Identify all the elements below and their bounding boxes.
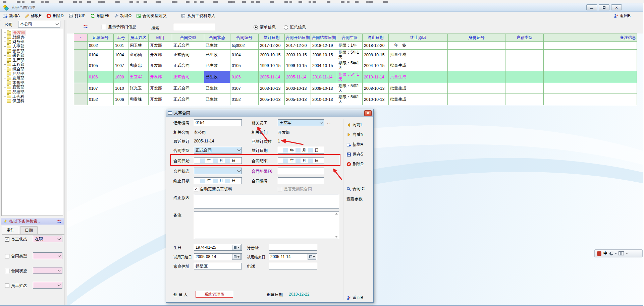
scroll-up-icon[interactable] (335, 213, 338, 215)
trial-end-picker[interactable]: 2005-11-14 (269, 253, 317, 260)
row-selector-cell[interactable] (74, 60, 88, 71)
table-cell[interactable]: 开发部 (149, 50, 172, 60)
contract-type-def-button[interactable]: 合同类型定义 (134, 12, 169, 20)
calendar-icon[interactable] (232, 245, 241, 250)
table-cell[interactable] (448, 50, 505, 60)
row-selector-cell[interactable] (74, 50, 88, 60)
print-button[interactable]: 打印P (66, 12, 88, 20)
column-header[interactable]: 记录编号 (88, 34, 114, 42)
dialog-add-button[interactable]: 新增A (346, 142, 363, 147)
table-cell[interactable]: 童彭仙 (128, 50, 149, 60)
tree-item[interactable]: 保卫科 (2, 99, 63, 104)
table-cell[interactable] (448, 83, 505, 94)
table-cell[interactable]: 2003-10-15 (259, 50, 285, 60)
table-cell[interactable]: 期限：5年1天 (337, 71, 363, 83)
row-selector-cell[interactable] (74, 83, 88, 94)
swap-icon[interactable] (57, 219, 62, 224)
filter-combo[interactable] (33, 252, 62, 259)
dialog-back-button[interactable]: 返回B (346, 295, 363, 301)
table-cell[interactable]: 1999-10-15 (259, 60, 285, 71)
table-cell[interactable]: 2008-10-13 (363, 83, 389, 94)
ime-more-icon[interactable] (626, 251, 629, 255)
table-cell[interactable]: 2005-11-14 (259, 71, 285, 83)
phone-input[interactable] (269, 263, 317, 269)
table-cell[interactable]: 批量生成 (389, 71, 448, 83)
save-button[interactable]: 保存S (346, 151, 363, 157)
prev-button[interactable]: 向前L (346, 122, 363, 128)
column-header[interactable]: - (74, 34, 88, 42)
table-cell[interactable]: 0106 (230, 71, 259, 83)
table-cell[interactable]: 开发部 (149, 83, 172, 94)
radio-list-info[interactable]: 清单信息 (254, 24, 276, 30)
column-header[interactable]: 户籍类型 (505, 34, 544, 42)
tree-item[interactable]: 产品部 (2, 71, 63, 76)
table-cell[interactable]: 2005-10-13 (285, 94, 311, 105)
filter-combo[interactable] (33, 267, 62, 274)
table-cell[interactable]: 2003-10-13 (259, 83, 285, 94)
minimize-button[interactable] (586, 4, 597, 10)
row-selector-cell[interactable] (74, 71, 88, 83)
search-input[interactable] (174, 24, 215, 30)
table-cell[interactable] (544, 71, 637, 83)
delete-button[interactable]: 删除D (44, 12, 66, 20)
table-cell[interactable]: 批量生成 (389, 83, 448, 94)
column-header[interactable]: 备注信息 (544, 34, 637, 42)
filter-checkbox[interactable] (5, 254, 9, 258)
column-header[interactable]: 身份证号 (448, 34, 505, 42)
table-cell[interactable]: 正式合同 (172, 50, 204, 60)
table-cell[interactable]: 2005-11-14 (285, 71, 311, 83)
trial-start-picker[interactable]: 2005-08-14 (194, 253, 242, 260)
ime-bar[interactable]: 中 (594, 249, 643, 257)
record-no-input[interactable]: 0154 (194, 119, 242, 126)
tree-item[interactable]: 工程部 (2, 62, 63, 67)
edit-button[interactable]: 修改E (22, 12, 44, 20)
table-cell[interactable]: 0105 (88, 60, 114, 71)
dialog-close-button[interactable] (364, 110, 372, 116)
import-from-employee-button[interactable]: 从员工资料导入 (178, 12, 218, 20)
tree-item[interactable]: 开发部 (2, 30, 63, 35)
next-button[interactable]: 向后N (346, 132, 364, 137)
table-cell[interactable]: 正式合同 (172, 83, 204, 94)
tree-item[interactable]: 采购部 (2, 53, 63, 58)
table-cell[interactable]: 和贵峰 (128, 94, 149, 105)
column-header[interactable]: 签订日期 (259, 34, 285, 42)
ime-lang-label[interactable]: 中 (603, 251, 607, 256)
table-cell[interactable]: 已生效 (204, 50, 230, 60)
show-sub-departments-checkbox[interactable]: 显示子部门信息 (102, 24, 136, 30)
table-cell[interactable]: 和贵忠 (128, 60, 149, 71)
table-cell[interactable]: 0104 (230, 50, 259, 60)
column-header[interactable]: 合同年限 (337, 34, 363, 42)
tab-date[interactable]: 日期 (20, 226, 38, 234)
table-cell[interactable]: 1004 (114, 50, 128, 60)
contract-button[interactable]: 合同 C (346, 186, 365, 192)
tree-item[interactable]: 人事部 (2, 44, 63, 49)
stop-reason-textarea[interactable] (194, 194, 339, 209)
contract-start-input[interactable]: 年月日 (194, 157, 242, 164)
table-cell[interactable]: 2005-10-13 (259, 94, 285, 105)
birthday-picker[interactable]: 1974-01-25 (194, 244, 242, 251)
table-cell[interactable]: 正式合同 (172, 71, 204, 83)
table-cell[interactable] (505, 94, 544, 105)
table-cell[interactable]: 开发部 (149, 42, 172, 50)
table-cell[interactable] (505, 42, 544, 50)
remark-textarea[interactable] (194, 211, 339, 239)
table-cell[interactable]: 2004-10-15 (363, 60, 389, 71)
functions-button[interactable]: 功能O (112, 12, 134, 20)
contract-type-combo[interactable]: 正式合同 (194, 147, 242, 154)
table-cell[interactable]: 已生效 (204, 71, 230, 83)
filter-combo[interactable] (33, 282, 62, 289)
refresh-button[interactable]: 刷新F5 (88, 12, 112, 20)
view-params-button[interactable]: 查看参数 (346, 196, 363, 202)
table-cell[interactable]: 2010-10-13 (311, 94, 337, 105)
tab-condition[interactable]: 条件 (2, 226, 19, 234)
table-cell[interactable] (505, 50, 544, 60)
column-header[interactable]: 合同状态 (204, 34, 230, 42)
table-row[interactable]: 01521006和贵峰开发部正式合同已生效01522005-10-132005-… (74, 94, 637, 105)
table-cell[interactable]: 0152 (88, 94, 114, 105)
table-cell[interactable]: 正式合同 (172, 94, 204, 105)
table-cell[interactable]: 0107 (230, 83, 259, 94)
table-cell[interactable] (448, 94, 505, 105)
table-cell[interactable]: 正式合同 (172, 60, 204, 71)
contract-no-input[interactable] (278, 177, 324, 184)
table-cell[interactable]: 2018-12-19 (311, 42, 337, 50)
